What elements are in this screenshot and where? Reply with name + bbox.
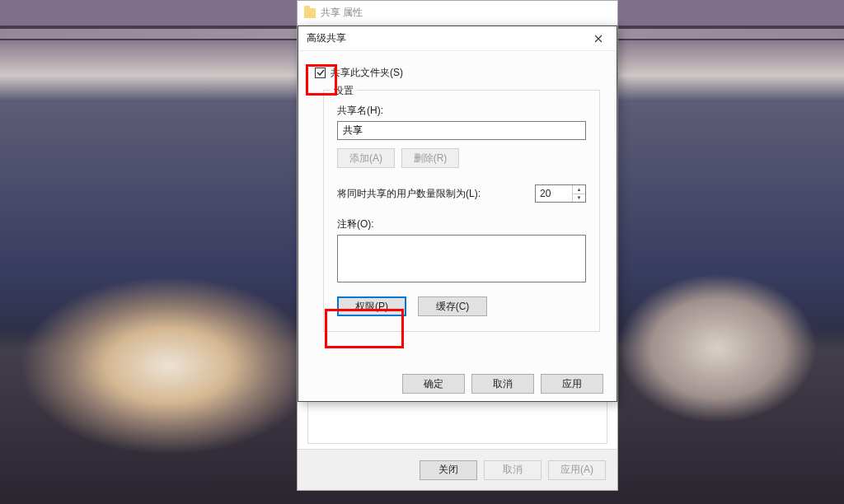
share-name-label: 共享名(H): [337,104,586,118]
cancel-button-adv[interactable]: 取消 [471,374,534,394]
properties-footer: 关闭 取消 应用(A) [298,449,617,490]
spinner-up-icon[interactable]: ▲ [573,185,585,194]
settings-groupbox: 设置 共享名(H): 添加(A) 删除(R) 将同时共享的用户数量限制为(L):… [323,90,600,332]
share-folder-checkbox-row[interactable]: 共享此文件夹(S) [315,66,600,80]
cache-button[interactable]: 缓存(C) [418,296,487,316]
properties-titlebar: 共享 属性 [298,1,617,26]
settings-legend: 设置 [331,84,357,98]
add-button: 添加(A) [337,148,395,168]
properties-title: 共享 属性 [321,6,363,20]
user-limit-label: 将同时共享的用户数量限制为(L): [337,187,481,201]
user-limit-spinner[interactable]: 20 ▲ ▼ [535,184,586,203]
advanced-share-titlebar[interactable]: 高级共享 [298,26,617,51]
permissions-button[interactable]: 权限(P) [337,296,406,316]
spinner-down-icon[interactable]: ▼ [573,194,585,203]
close-icon[interactable] [580,26,617,50]
cancel-button: 取消 [484,460,542,480]
share-name-input[interactable] [337,121,586,140]
remove-button: 删除(R) [401,148,459,168]
share-folder-label: 共享此文件夹(S) [331,66,403,80]
ok-button[interactable]: 确定 [402,374,465,394]
advanced-share-footer: 确定 取消 应用 [298,366,617,401]
apply-button: 应用(A) [548,460,606,480]
user-limit-value[interactable]: 20 [536,185,572,202]
close-button[interactable]: 关闭 [420,460,477,480]
advanced-share-dialog: 高级共享 共享此文件夹(S) 设置 共享名(H): 添加(A) 删除(R) 将同… [298,26,617,402]
comment-textarea[interactable] [337,235,586,282]
folder-icon [304,8,316,18]
apply-button-adv[interactable]: 应用 [541,374,603,394]
comment-label: 注释(O): [337,217,586,231]
share-folder-checkbox[interactable] [315,68,326,78]
advanced-share-title: 高级共享 [307,31,346,45]
